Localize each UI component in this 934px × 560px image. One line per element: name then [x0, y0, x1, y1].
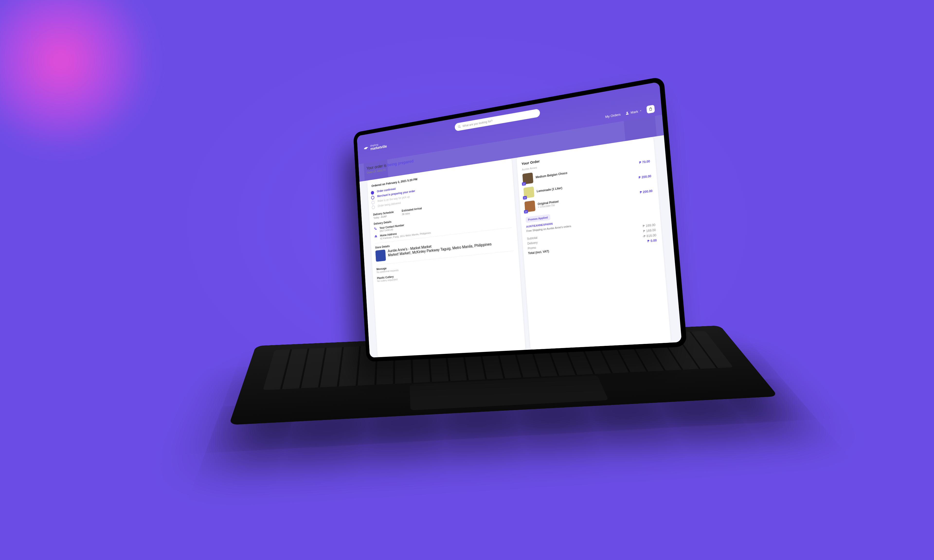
order-progress-card: Ordered on February 2, 2021 5:20 PM Orde…: [367, 158, 526, 357]
home-icon: [375, 235, 378, 239]
subtotal-label: Subtotal: [527, 236, 537, 241]
svg-point-2: [627, 112, 628, 113]
user-menu[interactable]: Mark: [625, 109, 642, 115]
order-item-thumb: 1x: [524, 200, 535, 212]
store-logo: [375, 249, 386, 262]
tablet-device: dingdong marketville What are you lookin…: [353, 76, 687, 362]
total-value: ₱ 0.00: [647, 238, 657, 243]
bird-logo-icon: [363, 145, 369, 152]
search-placeholder: What are you looking for?: [462, 119, 493, 128]
order-item-thumb: 1x: [522, 172, 533, 185]
subtotal-value: ₱ 169.00: [643, 223, 655, 228]
bag-icon: [649, 107, 653, 112]
order-item-qty: 1x: [523, 196, 527, 200]
promo-cost-value: -₱ 816.00: [643, 233, 657, 238]
delivery-cost-value: ₱ 169.00: [643, 228, 656, 233]
chevron-down-icon: [639, 109, 642, 112]
brand-logo[interactable]: dingdong marketville: [363, 142, 387, 152]
svg-line-1: [460, 127, 461, 128]
search-input[interactable]: What are you looking for?: [455, 109, 540, 131]
promos-applied-chip: Promos Applied: [526, 214, 550, 223]
my-orders-link[interactable]: My Orders: [605, 112, 621, 118]
order-item-price: ₱ 200.00: [638, 174, 651, 180]
phone-icon: [374, 227, 378, 231]
promo-cost-label: Promo: [527, 246, 536, 250]
search-icon: [458, 125, 461, 129]
order-item-qty: 1x: [524, 210, 528, 214]
your-order-card: Your Order Auntie Annes 1xMedium Belgian…: [516, 137, 671, 349]
delivery-cost-label: Delivery: [527, 241, 538, 245]
order-item-price: ₱ 200.00: [640, 189, 653, 194]
order-item-thumb: 1x: [523, 186, 534, 198]
order-item-qty: 1x: [522, 182, 526, 186]
order-item-price: ₱ 70.00: [639, 160, 650, 165]
total-label: Total (incl. VAT): [528, 249, 549, 255]
svg-point-0: [458, 125, 460, 128]
cart-button[interactable]: [646, 105, 655, 114]
user-icon: [625, 111, 629, 115]
